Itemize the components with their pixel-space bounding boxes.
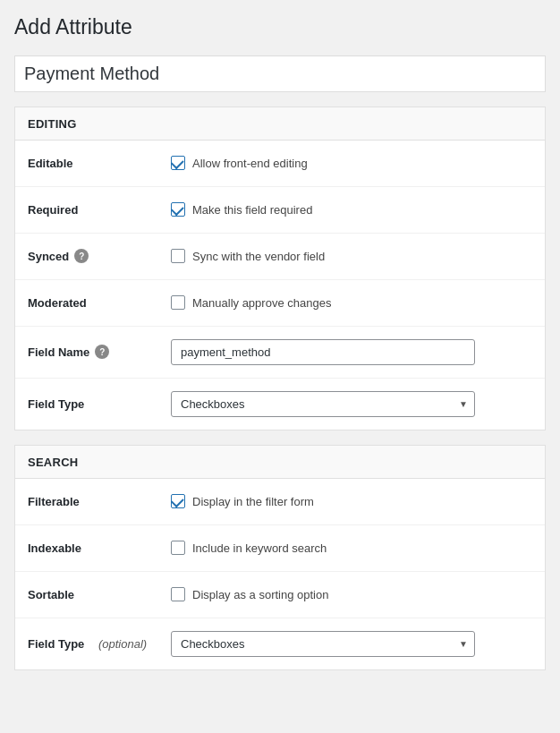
indexable-label: Indexable <box>28 541 171 555</box>
editing-field-type-label: Field Type <box>28 397 171 411</box>
synced-checkbox[interactable] <box>171 249 185 263</box>
search-section-title: Search <box>28 456 78 469</box>
editable-row: Editable Allow front-end editing <box>15 141 545 187</box>
required-checkbox-label: Make this field required <box>192 203 312 217</box>
filterable-row: Filterable Display in the filter form <box>15 479 545 525</box>
search-section: Search Filterable Display in the filter … <box>14 445 546 670</box>
editing-section-header: Editing <box>15 107 545 141</box>
editing-field-type-wrapper: Checkboxes Text Textarea Radio Select Da… <box>171 391 475 417</box>
sortable-checkbox-label: Display as a sorting option <box>192 588 328 601</box>
sortable-label: Sortable <box>28 588 171 601</box>
indexable-checkbox[interactable] <box>171 541 185 555</box>
synced-help-icon[interactable]: ? <box>74 249 89 263</box>
required-label: Required <box>28 203 171 217</box>
filterable-checkbox-label: Display in the filter form <box>192 495 314 508</box>
search-field-type-control: Checkboxes Text Textarea Radio Select Da… <box>171 631 532 657</box>
field-name-help-icon[interactable]: ? <box>95 345 109 359</box>
indexable-row: Indexable Include in keyword search <box>15 525 545 572</box>
search-field-type-wrapper: Checkboxes Text Textarea Radio Select Da… <box>171 631 475 657</box>
moderated-checkbox[interactable] <box>171 295 185 310</box>
editing-section: Editing Editable Allow front-end editing… <box>14 107 546 430</box>
editable-control: Allow front-end editing <box>171 156 532 170</box>
field-name-label: Field Name ? <box>28 345 171 359</box>
moderated-row: Moderated Manually approve changes <box>15 280 545 327</box>
filterable-checkbox[interactable] <box>171 494 185 508</box>
required-checkbox[interactable] <box>171 202 185 217</box>
search-section-body: Filterable Display in the filter form In… <box>15 479 545 669</box>
search-section-header: Search <box>15 446 545 479</box>
editing-field-type-select[interactable]: Checkboxes Text Textarea Radio Select Da… <box>171 391 475 417</box>
page-container: Add Attribute Editing Editable Allow fro… <box>0 0 560 733</box>
editing-section-title: Editing <box>28 117 77 131</box>
sortable-control: Display as a sorting option <box>171 587 532 601</box>
editable-checkbox[interactable] <box>171 156 185 170</box>
required-row: Required Make this field required <box>15 187 545 234</box>
sortable-row: Sortable Display as a sorting option <box>15 572 545 618</box>
search-field-type-label: Field Type (optional) <box>28 637 171 651</box>
synced-checkbox-label: Sync with the vendor field <box>192 250 325 263</box>
search-field-type-row: Field Type (optional) Checkboxes Text Te… <box>15 618 545 669</box>
editing-field-type-control: Checkboxes Text Textarea Radio Select Da… <box>171 391 532 417</box>
filterable-control: Display in the filter form <box>171 494 532 508</box>
editing-section-body: Editable Allow front-end editing Require… <box>15 141 545 430</box>
field-name-control <box>171 339 532 365</box>
editing-field-type-row: Field Type Checkboxes Text Textarea Radi… <box>15 379 545 430</box>
indexable-control: Include in keyword search <box>171 541 532 555</box>
search-field-type-optional: (optional) <box>98 637 147 651</box>
page-title: Add Attribute <box>14 14 546 41</box>
field-name-row: Field Name ? <box>15 327 545 379</box>
editable-checkbox-label: Allow front-end editing <box>192 157 308 170</box>
required-control: Make this field required <box>171 202 532 217</box>
attribute-name-input[interactable] <box>14 55 546 92</box>
moderated-control: Manually approve changes <box>171 295 532 310</box>
synced-control: Sync with the vendor field <box>171 249 532 263</box>
search-field-type-select[interactable]: Checkboxes Text Textarea Radio Select Da… <box>171 631 475 657</box>
moderated-checkbox-label: Manually approve changes <box>192 296 331 310</box>
editable-label: Editable <box>28 157 171 170</box>
synced-row: Synced ? Sync with the vendor field <box>15 234 545 280</box>
moderated-label: Moderated <box>28 296 171 310</box>
indexable-checkbox-label: Include in keyword search <box>192 541 327 555</box>
filterable-label: Filterable <box>28 495 171 508</box>
sortable-checkbox[interactable] <box>171 587 185 601</box>
synced-label: Synced ? <box>28 249 171 263</box>
field-name-input[interactable] <box>171 339 475 365</box>
